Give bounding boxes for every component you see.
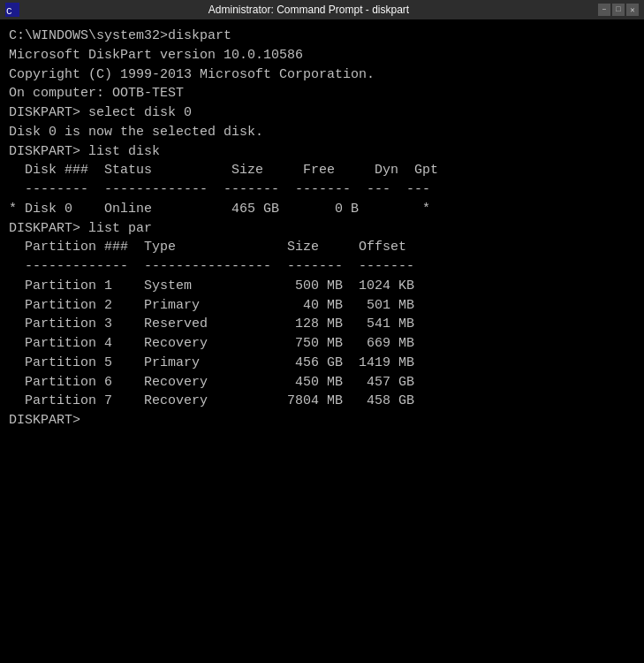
terminal-line-part6: Partition 6 Recovery 450 MB 457 GB [9,373,635,392]
title-bar-text: Administrator: Command Prompt - diskpart [25,4,593,16]
terminal-line-parthdr: Partition ### Type Size Offset [9,238,635,257]
terminal-line-part2: Partition 2 Primary 40 MB 501 MB [9,296,635,316]
terminal-line-selectresult: Disk 0 is now the selected disk. [9,123,635,142]
terminal-line-disksep: -------- ------------- ------- ------- -… [9,180,635,200]
terminal-line-copyright: Copyright (C) 1999-2013 Microsoft Corpor… [9,65,635,85]
minimize-button[interactable]: – [598,4,610,16]
cmd-icon: C [5,3,19,17]
terminal-line-part4: Partition 4 Recovery 750 MB 669 MB [9,334,635,354]
terminal-line-part3: Partition 3 Reserved 128 MB 541 MB [9,315,635,334]
terminal-line-diskhdr: Disk ### Status Size Free Dyn Gpt [9,161,635,180]
close-button[interactable]: ✕ [626,4,639,16]
terminal-line-disk0: * Disk 0 Online 465 GB 0 B * [9,200,635,219]
maximize-button[interactable]: □ [612,4,625,16]
terminal-line-cmd1: DISKPART> select disk 0 [9,103,635,123]
terminal-line-part7: Partition 7 Recovery 7804 MB 458 GB [9,392,635,411]
terminal-line-version: Microsoft DiskPart version 10.0.10586 [9,46,635,65]
terminal-line-part5: Partition 5 Primary 456 GB 1419 MB [9,354,635,373]
terminal-line-cmd3: DISKPART> list par [9,219,635,239]
terminal-line-prompt2: DISKPART> [9,411,635,431]
terminal-line-computer: On computer: OOTB-TEST [9,84,635,103]
terminal-line-partsep: ------------- ---------------- ------- -… [9,257,635,277]
title-bar: C Administrator: Command Prompt - diskpa… [0,0,644,19]
terminal-line-prompt1: C:\WINDOWS\system32>diskpart [9,27,635,46]
terminal-line-part1: Partition 1 System 500 MB 1024 KB [9,277,635,296]
svg-text:C: C [6,6,12,17]
terminal-line-cmd2: DISKPART> list disk [9,142,635,162]
terminal-window: C:\WINDOWS\system32>diskpartMicrosoft Di… [0,19,644,663]
